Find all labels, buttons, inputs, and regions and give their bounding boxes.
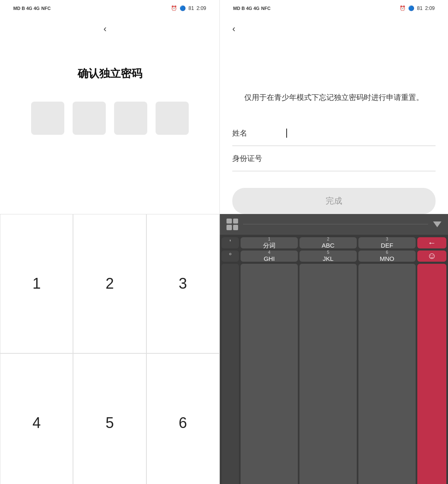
key-degree[interactable]: °: [222, 251, 239, 262]
right-status-bar: MD B 4G 4G NFC ⏰ 🔵 81 2:09: [228, 0, 440, 17]
key-mno[interactable]: 6 MNO: [358, 251, 416, 262]
keyboard-collapse-icon[interactable]: [433, 221, 441, 227]
left-panel-title: 确认独立密码: [78, 66, 142, 81]
numeric-grid: 1 2 3 4 5 6 7 8 9 0: [0, 214, 219, 484]
keyboard-toolbar: [220, 214, 448, 235]
pin-box-4: [156, 102, 189, 135]
pin-boxes: [31, 102, 189, 135]
right-back-button[interactable]: ‹: [232, 21, 249, 37]
key-3[interactable]: 3: [146, 214, 219, 354]
key-ghi[interactable]: 4 GHI: [241, 251, 298, 262]
key-2[interactable]: 2: [73, 214, 146, 354]
done-button[interactable]: 完成: [232, 188, 436, 214]
key-wxyz[interactable]: 9 WXYZ: [358, 264, 416, 484]
key-emoji-1[interactable]: ☺: [417, 251, 446, 262]
right-keyboard: ' 1 分词 2 ABC 3 DEF ←: [220, 214, 448, 484]
left-keyboard: 1 2 3 4 5 6 7 8 9 0: [0, 214, 220, 484]
key-next[interactable]: 下一项: [417, 264, 446, 484]
key-question[interactable]: ?: [222, 264, 239, 484]
name-row: 姓名: [232, 121, 436, 146]
key-abc[interactable]: 2 ABC: [299, 237, 357, 248]
pin-box-1: [31, 102, 64, 135]
name-label: 姓名: [232, 128, 282, 138]
description-text: 仅用于在青少年模式下忘记独立密码时进行申请重置。: [228, 91, 440, 104]
key-backspace[interactable]: ←: [417, 237, 446, 248]
key-5[interactable]: 5: [73, 353, 146, 484]
key-4[interactable]: 4: [0, 353, 73, 484]
key-6[interactable]: 6: [146, 353, 219, 484]
left-back-button[interactable]: ‹: [104, 21, 120, 37]
pin-box-2: [73, 102, 106, 135]
key-jkl[interactable]: 5 JKL: [299, 251, 357, 262]
keyboard-grid-icon[interactable]: [226, 219, 238, 230]
name-input[interactable]: [282, 129, 436, 138]
key-tuv[interactable]: 8 TUV: [299, 264, 357, 484]
kb-row-3: ? 7 PQRS 8 TUV 9 WXYZ 下一项: [222, 264, 446, 484]
key-def[interactable]: 3 DEF: [358, 237, 416, 248]
keyboard-rows: ' 1 分词 2 ABC 3 DEF ←: [220, 235, 448, 484]
key-pqrs[interactable]: 7 PQRS: [241, 264, 298, 484]
kb-row-1: ' 1 分词 2 ABC 3 DEF ←: [222, 237, 446, 248]
right-panel: MD B 4G 4G NFC ⏰ 🔵 81 2:09 ‹ 仅用于在青少年模式下忘…: [220, 0, 448, 214]
form-section: 姓名 身份证号: [228, 121, 440, 171]
right-carrier: MD B 4G 4G NFC: [233, 6, 270, 11]
left-carrier: MD B 4G 4G NFC: [13, 6, 51, 11]
key-fenchi[interactable]: 1 分词: [241, 237, 298, 248]
next-button[interactable]: 下一项: [417, 264, 446, 484]
id-label: 身份证号: [232, 153, 282, 163]
pin-box-3: [114, 102, 147, 135]
left-time: ⏰ 🔵 81 2:09: [171, 5, 206, 11]
key-comma[interactable]: ': [222, 237, 239, 248]
kb-row-2: ° 4 GHI 5 JKL 6 MNO ☺: [222, 251, 446, 262]
left-panel: MD B 4G 4G NFC ⏰ 🔵 81 2:09 ‹ 确认独立密码: [0, 0, 220, 214]
id-row: 身份证号: [232, 146, 436, 171]
right-time: ⏰ 🔵 81 2:09: [399, 5, 435, 11]
cursor-line: [286, 129, 287, 138]
left-status-bar: MD B 4G 4G NFC ⏰ 🔵 81 2:09: [8, 0, 211, 17]
key-1[interactable]: 1: [0, 214, 73, 354]
bottom-section: 1 2 3 4 5 6 7 8 9 0: [0, 214, 448, 484]
